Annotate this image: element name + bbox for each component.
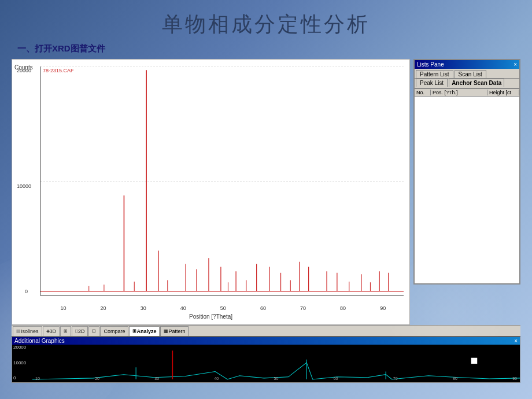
xrd-chart-container: Counts 20000 10000 0 78-2315.CAF [12,59,410,325]
lists-pane-title: Lists Pane [417,61,444,68]
subtitle-prefix: 一、打开 [17,43,52,53]
x-tick-80: 80 [340,305,346,311]
ag-x-80: 80 [453,376,457,380]
page-title: 单物相成分定性分析 [0,0,532,43]
x-axis-title: Position [?Theta] [12,313,409,320]
subtitle: 一、打开XRD图普文件 [0,43,532,54]
ag-x-30: 30 [154,376,159,380]
tab-peak-list[interactable]: Peak List [416,79,448,87]
tab-anchor-scan-data[interactable]: Anchor Scan Data [449,79,504,87]
analyze-icon: ⊞ [132,328,136,334]
ag-y-20000: 20000 [13,345,26,350]
y-tick-0: 0 [25,289,28,294]
tab-analyze[interactable]: ⊞ Analyze [129,326,160,336]
table-header-pos: Pos. [?Th.] [431,90,487,95]
tab-pattern-label: Pattern [168,328,185,334]
ag-x-50: 50 [274,376,279,380]
ag-x-70: 70 [393,376,398,380]
xrd-chart-svg [40,66,404,295]
ag-title-text: Additional Graphics [14,338,65,344]
ag-x-labels: 10 20 30 40 50 60 70 80 90 [32,376,520,380]
table-header-height: Height [ct [487,90,519,95]
x-tick-40: 40 [180,305,186,311]
ag-x-90: 90 [512,376,517,380]
svg-rect-33 [471,358,478,364]
ag-y-0: 0 [13,375,26,380]
ag-y-10000: 10000 [13,360,26,365]
y-tick-20000: 20000 [17,68,31,73]
lists-pane-titlebar: Lists Pane × [415,60,519,69]
svg-rect-28 [32,345,520,380]
pattern-icon: ▦ [164,328,168,334]
ag-close-btn[interactable]: × [514,338,518,344]
tab-analyze-label: Analyze [136,328,156,334]
ag-x-10: 10 [35,376,40,380]
tab-scan-list[interactable]: Scan List [455,70,486,78]
y-tick-10000: 10000 [17,183,31,189]
additional-graphics-title: Additional Graphics × [12,337,520,345]
x-tick-30: 30 [141,305,146,311]
table-header-no: No. [415,90,431,95]
chart-inner: 78-2315.CAF [40,66,404,295]
ag-svg [32,345,520,380]
additional-graphics: Additional Graphics × 20000 10000 0 [12,337,520,383]
tab-pattern[interactable]: ▦ Pattern [160,326,189,336]
ag-x-40: 40 [214,376,219,380]
ag-x-20: 20 [95,376,99,380]
x-tick-70: 70 [300,305,306,311]
subtitle-suffix: 图普文件 [71,43,105,53]
bg-decoration-3 [439,116,526,202]
ag-chart: 20000 10000 0 10 20 [12,345,520,380]
tab-pattern-list[interactable]: Pattern List [416,70,453,78]
lists-tabs-row1: Pattern List Scan List [415,69,519,79]
ag-x-60: 60 [334,376,338,380]
ag-chart-area [32,345,520,380]
lists-table-header: No. Pos. [?Th.] Height [ct [415,89,519,97]
x-tick-20: 20 [101,305,106,311]
x-tick-90: 90 [380,305,386,311]
x-tick-60: 60 [260,305,266,311]
ag-y-labels: 20000 10000 0 [13,345,26,380]
x-tick-50: 50 [220,305,226,311]
x-tick-10: 10 [61,305,66,311]
subtitle-bold: XRD [52,43,71,53]
lists-tabs-row2: Peak List Anchor Scan Data [415,79,519,89]
lists-pane-close-btn[interactable]: × [513,61,517,68]
